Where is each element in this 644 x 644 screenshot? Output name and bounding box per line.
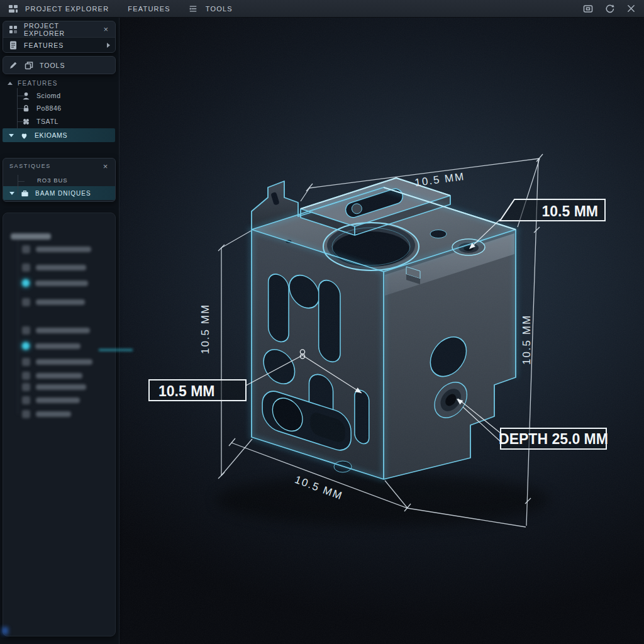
tree-item-label: Sciomd (36, 92, 61, 99)
menu-tools[interactable]: TOOLS (206, 5, 233, 13)
tree-item[interactable]: TSATL (3, 115, 115, 128)
copy-icon (24, 60, 34, 70)
panel-title: TOOLS (40, 62, 65, 69)
caret-down-icon (9, 192, 14, 195)
tree-item-label: EKIOAMS (35, 131, 67, 139)
chevron-right-icon (107, 43, 110, 48)
caret-up-icon (8, 82, 13, 85)
grain-overlay (119, 18, 644, 644)
panel-title: PROJECT EXPLORER (24, 22, 102, 37)
document-icon (8, 40, 18, 50)
blurred-tree-row[interactable] (22, 357, 92, 366)
blurred-tree-row[interactable] (22, 245, 91, 253)
layers-icon (8, 25, 18, 35)
blurred-tree-row[interactable] (11, 232, 51, 241)
blurred-tree-row[interactable] (22, 382, 86, 391)
menubar: PROJECT EXPLORER FEATURES TOOLS (0, 0, 644, 18)
close-icon[interactable]: × (103, 162, 109, 171)
snapshot-button[interactable] (582, 3, 594, 14)
blurred-tree-row[interactable] (22, 326, 90, 335)
menu-features[interactable]: FEATURES (128, 5, 170, 13)
puzzle-icon (21, 117, 31, 126)
project-explorer-panel: PROJECT EXPLORER × FEATURES (3, 21, 116, 53)
briefcase-icon (20, 189, 30, 198)
blue-accent (2, 627, 8, 635)
list-item-label: Ro3 Bus (37, 177, 68, 184)
blurred-tree-row[interactable] (22, 409, 71, 418)
list-icon (188, 4, 199, 14)
tree-item-label: TSATL (36, 118, 58, 125)
caret-down-icon (9, 134, 14, 137)
sidebar-item-project-explorer[interactable]: PROJECT EXPLORER × (3, 21, 115, 37)
blurred-tree (3, 213, 115, 636)
blurred-tree-row[interactable] (22, 371, 82, 380)
blurred-tree-panel (3, 213, 116, 636)
secondary-panel: Sastiques × Ro3 Bus Baam Dniques (3, 158, 116, 202)
heart-icon (19, 131, 29, 140)
sidebar-item-label: FEATURES (24, 42, 64, 49)
menu-project-explorer[interactable]: PROJECT EXPLORER (25, 5, 109, 13)
bust-icon (21, 91, 31, 101)
tree-item-label: Po8846 (36, 104, 62, 112)
blurred-tree-row[interactable] (22, 396, 80, 404)
tree-item[interactable]: Po8846 (3, 102, 115, 114)
blurred-tree-row[interactable] (22, 297, 85, 306)
list-item[interactable]: Ro3 Bus (3, 174, 115, 186)
app-layout-icon (8, 4, 19, 14)
blurred-tree-row[interactable] (22, 263, 86, 272)
sidebar: PROJECT EXPLORER × FEATURES TOOLS (0, 18, 119, 644)
sidebar-item-features[interactable]: FEATURES (3, 37, 115, 53)
secondary-panel-header[interactable]: Sastiques × (3, 158, 115, 174)
features-tree-header[interactable]: FEATURES (8, 78, 58, 88)
refresh-button[interactable] (604, 3, 615, 14)
close-icon[interactable]: × (102, 25, 110, 33)
list-item-label: Baam Dniques (35, 190, 91, 197)
close-icon[interactable] (625, 3, 636, 14)
sidebar-item-tools[interactable]: TOOLS (3, 57, 115, 74)
lock-icon (21, 104, 31, 113)
tools-panel: TOOLS (3, 56, 116, 74)
blurred-tree-row[interactable] (22, 279, 88, 287)
blurred-tree-row[interactable] (22, 341, 80, 350)
pencil-icon (8, 60, 18, 70)
list-item-selected[interactable]: Baam Dniques (3, 186, 115, 200)
tree-item-selected[interactable]: EKIOAMS (3, 128, 115, 142)
tree-item[interactable]: Sciomd (3, 89, 115, 102)
